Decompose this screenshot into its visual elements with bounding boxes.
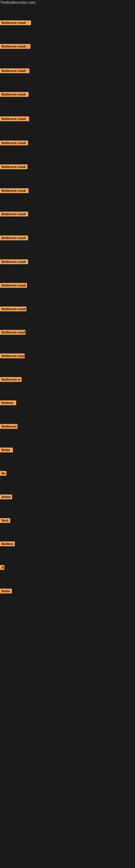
bottleneck-badge-15[interactable]: Bottleneck result: [0, 353, 25, 358]
result-row-5: Bottleneck result: [0, 116, 29, 122]
result-row-22: Bottl: [0, 518, 10, 524]
result-row-3: Bottleneck result: [0, 68, 30, 74]
result-row-10: Bottleneck result: [0, 236, 28, 241]
bottleneck-badge-3[interactable]: Bottleneck result: [0, 68, 30, 73]
result-row-25: Bottle: [0, 589, 12, 595]
result-row-19: Bottle: [0, 447, 13, 454]
result-row-23: Bottlene: [0, 541, 15, 547]
bottleneck-badge-21[interactable]: Bottler: [0, 495, 12, 499]
bottleneck-badge-17[interactable]: Bottlene: [0, 400, 16, 405]
result-row-21: Bottler: [0, 495, 12, 500]
bottleneck-badge-1[interactable]: Bottleneck result: [0, 20, 31, 25]
bottleneck-badge-8[interactable]: Bottleneck result: [0, 188, 29, 193]
bottleneck-badge-6[interactable]: Bottleneck result: [0, 141, 28, 145]
result-row-13: Bottleneck result: [0, 307, 27, 312]
result-row-2: Bottleneck result: [0, 44, 31, 50]
bottleneck-badge-19[interactable]: Bottle: [0, 447, 13, 453]
bottleneck-badge-24[interactable]: B: [0, 565, 4, 570]
result-row-15: Bottleneck result: [0, 353, 25, 360]
bottleneck-badge-4[interactable]: Bottleneck result: [0, 92, 29, 97]
result-row-12: Bottleneck result: [0, 283, 27, 289]
bottleneck-badge-16[interactable]: Bottleneck re: [0, 377, 21, 382]
result-row-7: Bottleneck result: [0, 164, 28, 170]
result-row-1: Bottleneck result: [0, 20, 31, 26]
bottleneck-badge-2[interactable]: Bottleneck result: [0, 44, 31, 49]
bottleneck-badge-13[interactable]: Bottleneck result: [0, 307, 27, 311]
bottleneck-badge-7[interactable]: Bottleneck result: [0, 164, 28, 169]
result-row-11: Bottleneck result: [0, 259, 28, 265]
bottleneck-badge-14[interactable]: Bottleneck result: [0, 330, 26, 335]
result-row-17: Bottlene: [0, 400, 16, 406]
result-row-9: Bottleneck result: [0, 212, 28, 218]
result-row-18: Bottleneck: [0, 424, 17, 430]
result-row-20: Bo: [0, 471, 6, 477]
site-header: TheBottlenecker.com: [0, 0, 135, 5]
bottleneck-badge-5[interactable]: Bottleneck result: [0, 116, 29, 121]
result-row-4: Bottleneck result: [0, 92, 29, 98]
bottleneck-badge-18[interactable]: Bottleneck: [0, 424, 17, 429]
bottleneck-badge-25[interactable]: Bottle: [0, 589, 12, 593]
result-row-14: Bottleneck result: [0, 330, 26, 336]
bottleneck-badge-22[interactable]: Bottl: [0, 518, 10, 523]
bottleneck-badge-11[interactable]: Bottleneck result: [0, 259, 28, 264]
bottleneck-badge-10[interactable]: Bottleneck result: [0, 236, 28, 240]
bottleneck-badge-20[interactable]: Bo: [0, 471, 6, 476]
bottleneck-badge-23[interactable]: Bottlene: [0, 541, 15, 546]
result-row-16: Bottleneck re: [0, 377, 21, 383]
bottleneck-badge-9[interactable]: Bottleneck result: [0, 212, 28, 216]
result-row-8: Bottleneck result: [0, 188, 29, 194]
result-row-6: Bottleneck result: [0, 141, 28, 147]
bottleneck-badge-12[interactable]: Bottleneck result: [0, 283, 27, 288]
result-row-24: B: [0, 565, 4, 571]
